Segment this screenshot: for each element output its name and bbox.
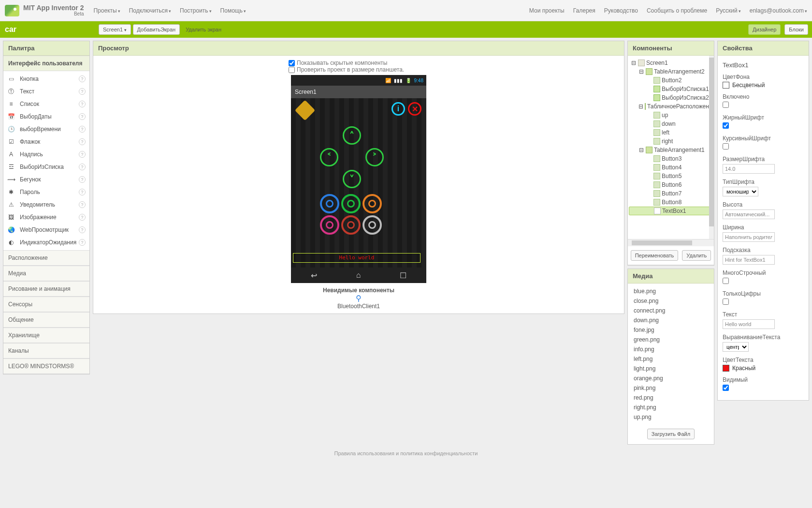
media-file-6[interactable]: info.png — [634, 344, 708, 354]
close-button-preview[interactable]: ✕ — [408, 102, 421, 116]
media-file-5[interactable]: green.png — [634, 335, 708, 344]
prop-width-input[interactable] — [723, 232, 775, 242]
palette-category-1[interactable]: Медиа — [3, 266, 89, 281]
down-button-preview[interactable]: ˅ — [343, 170, 361, 188]
left-button-preview[interactable]: ˂ — [320, 148, 338, 166]
help-icon[interactable]: ? — [79, 75, 86, 82]
palette-item-2[interactable]: ≡Список? — [3, 98, 89, 110]
palette-category-ui[interactable]: Интерфейс пользователя — [3, 56, 89, 71]
media-file-10[interactable]: pink.png — [634, 383, 708, 393]
prop-align-select[interactable]: центр — [723, 342, 749, 352]
prop-italic-checkbox[interactable] — [723, 143, 729, 149]
help-icon[interactable]: ? — [79, 226, 86, 233]
tree-node-4[interactable]: ВыборИзСписка2 — [629, 93, 713, 102]
prop-enabled-checkbox[interactable] — [723, 102, 729, 108]
tree-node-11[interactable]: Button3 — [629, 154, 713, 163]
tree-node-0[interactable]: ⊟Screen1 — [629, 59, 713, 67]
connect-button-preview[interactable] — [295, 100, 315, 120]
tree-node-12[interactable]: Button4 — [629, 163, 713, 172]
show-hidden-checkbox[interactable] — [289, 60, 295, 66]
palette-item-8[interactable]: ⟿Бегунок? — [3, 173, 89, 186]
tree-node-8[interactable]: left — [629, 128, 713, 137]
palette-category-0[interactable]: Расположение — [3, 250, 89, 266]
components-tree[interactable]: ⊟Screen1⊟TableArrangement2Button2ВыборИз… — [628, 56, 714, 239]
rename-button[interactable]: Переименовать — [631, 250, 679, 261]
menu-account[interactable]: enlags@outlook.com▾ — [750, 7, 807, 14]
tree-h-scrollbar[interactable] — [628, 239, 714, 246]
blocks-tab[interactable]: Блоки — [784, 24, 808, 35]
palette-item-11[interactable]: 🖼Изображение? — [3, 211, 89, 224]
palette-item-5[interactable]: ☑Флажок? — [3, 135, 89, 148]
color-orange-preview[interactable] — [362, 194, 382, 213]
help-icon[interactable]: ? — [79, 126, 86, 133]
palette-category-5[interactable]: Хранилище — [3, 328, 89, 343]
palette-category-4[interactable]: Общение — [3, 312, 89, 328]
tree-node-1[interactable]: ⊟TableArrangement2 — [629, 67, 713, 76]
delete-button[interactable]: Удалить — [682, 250, 711, 261]
textbox-preview[interactable]: Hello world — [293, 253, 420, 263]
tree-node-7[interactable]: down — [629, 120, 713, 128]
tree-v-scrollbar[interactable] — [709, 56, 714, 239]
prop-numbers-checkbox[interactable] — [723, 299, 729, 305]
info-button-preview[interactable]: i — [392, 102, 405, 116]
tree-toggle-icon[interactable]: ⊟ — [631, 60, 637, 66]
palette-item-4[interactable]: 🕒выборВремени? — [3, 123, 89, 135]
color-red-preview[interactable] — [341, 215, 361, 235]
media-file-12[interactable]: right.png — [634, 403, 708, 412]
remove-screen-button[interactable]: Удалить экран — [182, 25, 225, 34]
palette-category-2[interactable]: Рисование и анимация — [3, 281, 89, 297]
menu-report[interactable]: Сообщить о проблеме — [647, 7, 707, 14]
palette-item-13[interactable]: ◐ИндикаторОжидания? — [3, 236, 89, 249]
media-file-13[interactable]: up.png — [634, 412, 708, 422]
help-icon[interactable]: ? — [79, 138, 86, 145]
screen-select[interactable]: Screen1 — [99, 24, 131, 35]
palette-item-0[interactable]: ▭Кнопка? — [3, 73, 89, 85]
tablet-preview-checkbox[interactable] — [289, 67, 295, 73]
help-icon[interactable]: ? — [79, 214, 86, 221]
tree-node-3[interactable]: ВыборИзСписка1 — [629, 85, 713, 93]
help-icon[interactable]: ? — [79, 113, 86, 120]
color-white-preview[interactable] — [362, 215, 382, 235]
palette-category-7[interactable]: LEGO® MINDSTORMS® — [3, 359, 89, 374]
tree-node-16[interactable]: Button8 — [629, 198, 713, 207]
tree-node-13[interactable]: Button5 — [629, 172, 713, 180]
palette-item-3[interactable]: 📅ВыборДаты? — [3, 110, 89, 123]
prop-height-input[interactable] — [723, 209, 775, 219]
tree-node-10[interactable]: ⊟TableArrangement1 — [629, 146, 713, 154]
right-button-preview[interactable]: ˃ — [365, 148, 384, 166]
footer[interactable]: Правила использования и политика конфиде… — [0, 448, 812, 459]
tree-toggle-icon[interactable]: ⊟ — [638, 68, 644, 75]
tree-toggle-icon[interactable]: ⊟ — [638, 147, 644, 153]
up-button-preview[interactable]: ˄ — [343, 126, 361, 145]
palette-item-9[interactable]: ✱Пароль? — [3, 186, 89, 198]
tree-node-14[interactable]: Button6 — [629, 180, 713, 189]
help-icon[interactable]: ? — [79, 151, 86, 158]
tree-toggle-icon[interactable]: ⊟ — [638, 103, 643, 110]
media-file-11[interactable]: red.png — [634, 393, 708, 403]
color-pink-preview[interactable] — [320, 215, 339, 235]
palette-item-12[interactable]: 🌏WebПросмотрщик? — [3, 224, 89, 236]
menu-projects[interactable]: Проекты▾ — [93, 7, 120, 14]
prop-bold-checkbox[interactable] — [723, 122, 729, 129]
prop-hint-input[interactable] — [723, 255, 775, 265]
prop-textcolor-value[interactable]: Красный — [723, 365, 804, 372]
color-green-preview[interactable] — [341, 194, 361, 213]
prop-text-input[interactable] — [723, 319, 775, 329]
tree-node-9[interactable]: right — [629, 137, 713, 146]
palette-item-6[interactable]: AНадпись? — [3, 148, 89, 161]
media-file-3[interactable]: down.png — [634, 315, 708, 325]
prop-visible-checkbox[interactable] — [723, 385, 729, 391]
menu-my-projects[interactable]: Мои проекты — [529, 7, 565, 14]
menu-guide[interactable]: Руководство — [604, 7, 638, 14]
media-file-8[interactable]: light.png — [634, 364, 708, 374]
menu-help[interactable]: Помощь▾ — [220, 7, 246, 14]
prop-fontsize-input[interactable] — [723, 164, 775, 174]
color-blue-preview[interactable] — [320, 194, 339, 213]
media-file-1[interactable]: close.png — [634, 296, 708, 306]
designer-tab[interactable]: Дизайнер — [748, 24, 781, 35]
help-icon[interactable]: ? — [79, 164, 86, 170]
palette-category-3[interactable]: Сенсоры — [3, 297, 89, 312]
tree-node-6[interactable]: up — [629, 111, 713, 120]
menu-connect[interactable]: Подключиться▾ — [129, 7, 171, 14]
palette-category-6[interactable]: Каналы — [3, 343, 89, 359]
